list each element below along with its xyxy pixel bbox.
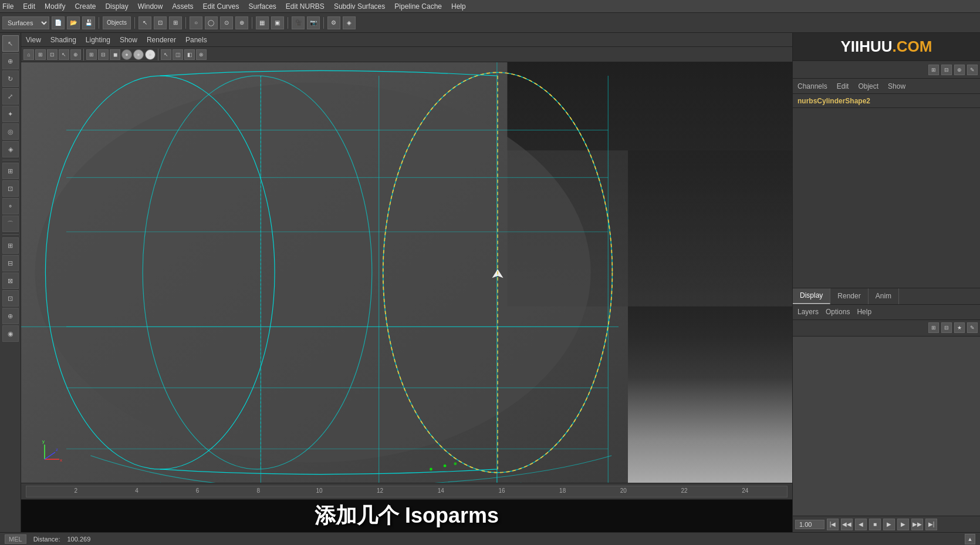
menu-create[interactable]: Create (75, 2, 96, 11)
toolbar-cam-2[interactable]: 📷 (307, 16, 320, 29)
playback-prev-frame[interactable]: ◀ (855, 519, 867, 530)
frame-number-input[interactable] (795, 520, 824, 529)
toolbar-render-2[interactable]: ▣ (271, 16, 284, 29)
playback-next-key[interactable]: ▶▶ (911, 519, 923, 530)
playback-prev-key[interactable]: ◀◀ (841, 519, 853, 530)
tool-layer4[interactable]: ⊡ (2, 290, 19, 307)
playback-play[interactable]: ▶ (883, 519, 895, 530)
toolbar-snap-2[interactable]: ◯ (205, 16, 218, 29)
tool-universal[interactable]: ✦ (2, 106, 19, 122)
vp-menu-shading[interactable]: Shading (50, 36, 76, 44)
menu-pipeline[interactable]: Pipeline Cache (394, 2, 442, 11)
tool-layer1[interactable]: ⊞ (2, 237, 19, 254)
playback-to-end[interactable]: ▶| (925, 519, 937, 530)
cb-object[interactable]: Object (858, 82, 878, 90)
cb-channels[interactable]: Channels (797, 82, 827, 90)
toolbar-paint[interactable]: ⊞ (169, 16, 182, 29)
toolbar-objects-label[interactable]: Objects (103, 16, 131, 29)
timeline[interactable]: 2 4 6 8 10 12 14 16 18 20 22 24 (21, 483, 792, 499)
layer-icon-4[interactable]: ✎ (967, 322, 978, 333)
status-expand[interactable]: ▲ (965, 534, 975, 544)
right-icon-3[interactable]: ⊕ (954, 65, 965, 75)
tool-show-manip[interactable]: ⊞ (2, 163, 19, 179)
vp-icon-zoom[interactable]: ⊞ (35, 49, 46, 60)
vp-menu-lighting[interactable]: Lighting (86, 36, 110, 44)
layer-icon-1[interactable]: ⊞ (928, 322, 939, 333)
menu-subdiv[interactable]: Subdiv Surfaces (334, 2, 385, 11)
layers-options[interactable]: Options (826, 308, 850, 316)
menu-modify[interactable]: Modify (45, 2, 65, 11)
layers-help[interactable]: Help (857, 308, 871, 316)
menu-display[interactable]: Display (105, 2, 128, 11)
tool-3d[interactable]: ◈ (2, 141, 19, 157)
vp-icon-arrow[interactable]: ↖ (161, 49, 171, 60)
menu-edit-curves[interactable]: Edit Curves (202, 2, 239, 11)
tool-soft-select[interactable]: ◎ (2, 123, 19, 140)
vp-icon-home[interactable]: ⌂ (23, 49, 34, 60)
toolbar-snap-1[interactable]: ○ (190, 16, 202, 29)
menu-file[interactable]: File (2, 2, 13, 11)
menu-assets[interactable]: Assets (172, 2, 193, 11)
toolbar-btn-3[interactable]: 💾 (82, 16, 95, 29)
vp-menu-panels[interactable]: Panels (185, 36, 207, 44)
playback-to-start[interactable]: |◀ (827, 519, 839, 530)
vp-icon-layer3[interactable]: ◼ (110, 49, 120, 60)
cb-show[interactable]: Show (888, 82, 905, 90)
tool-layer5[interactable]: ⊕ (2, 308, 19, 324)
menu-surfaces[interactable]: Surfaces (249, 2, 276, 11)
toolbar-cam-1[interactable]: 🎥 (292, 16, 305, 29)
tool-layer3[interactable]: ⊠ (2, 272, 19, 289)
layer-icon-3[interactable]: ★ (954, 322, 965, 333)
toolbar-select[interactable]: ↖ (138, 16, 151, 29)
tool-paint[interactable]: ⚬ (2, 198, 19, 214)
toolbar-render-1[interactable]: ▦ (256, 16, 269, 29)
vp-menu-renderer[interactable]: Renderer (147, 36, 176, 44)
layers-label[interactable]: Layers (797, 308, 819, 316)
tool-curve[interactable]: ⌒ (2, 216, 19, 232)
vp-icon-circle2[interactable]: ● (133, 49, 144, 60)
menu-window[interactable]: Window (138, 2, 163, 11)
timeline-track[interactable]: 2 4 6 8 10 12 14 16 18 20 22 24 (26, 486, 788, 497)
tool-transform[interactable]: ⊕ (2, 53, 19, 69)
menu-edit-nurbs[interactable]: Edit NURBS (286, 2, 325, 11)
toolbar-misc-2[interactable]: ◈ (343, 16, 356, 29)
playback-stop[interactable]: ■ (869, 519, 881, 530)
vp-icon-circle3[interactable]: ● (145, 49, 156, 60)
right-icon-4[interactable]: ✎ (967, 65, 978, 75)
playback-next-frame[interactable]: ▶ (897, 519, 909, 530)
toolbar-misc-1[interactable]: ⚙ (327, 16, 340, 29)
tab-display[interactable]: Display (793, 288, 830, 304)
viewport-canvas[interactable]: x y z (21, 62, 792, 483)
tool-select[interactable]: ↖ (2, 35, 19, 52)
toolbar-lasso[interactable]: ⊡ (154, 16, 167, 29)
cb-edit[interactable]: Edit (837, 82, 849, 90)
vp-icon-share[interactable]: ⊗ (196, 49, 207, 60)
menu-help[interactable]: Help (451, 2, 466, 11)
right-icon-2[interactable]: ⊟ (941, 65, 952, 75)
tab-anim[interactable]: Anim (869, 288, 899, 304)
toolbar-btn-1[interactable]: 📄 (52, 16, 65, 29)
vp-icon-layer[interactable]: ⊞ (86, 49, 97, 60)
vp-icon-layer2[interactable]: ⊟ (98, 49, 109, 60)
menu-edit[interactable]: Edit (23, 2, 35, 11)
right-icon-1[interactable]: ⊞ (928, 65, 939, 75)
vp-icon-circle1[interactable]: ● (121, 49, 132, 60)
layer-icon-2[interactable]: ⊟ (941, 322, 952, 333)
vp-menu-view[interactable]: View (26, 36, 41, 44)
tool-layer2[interactable]: ⊟ (2, 255, 19, 271)
toolbar-snap-3[interactable]: ⊙ (220, 16, 233, 29)
vp-icon-cube2[interactable]: ◧ (184, 49, 195, 60)
toolbar-btn-2[interactable]: 📂 (67, 16, 80, 29)
vp-icon-select[interactable]: ↖ (59, 49, 69, 60)
tool-layer6[interactable]: ◉ (2, 325, 19, 342)
vp-menu-show[interactable]: Show (120, 36, 137, 44)
tab-render[interactable]: Render (830, 288, 868, 304)
vp-icon-magnet[interactable]: ⊕ (70, 49, 81, 60)
vp-icon-cube1[interactable]: ◫ (173, 49, 183, 60)
tool-rotate[interactable]: ↻ (2, 70, 19, 87)
toolbar-snap-4[interactable]: ⊕ (235, 16, 248, 29)
vp-icon-grid[interactable]: ⊡ (47, 49, 58, 60)
tool-lasso[interactable]: ⊡ (2, 180, 19, 197)
mode-dropdown[interactable]: Surfaces (2, 16, 49, 29)
tool-scale[interactable]: ⤢ (2, 88, 19, 105)
